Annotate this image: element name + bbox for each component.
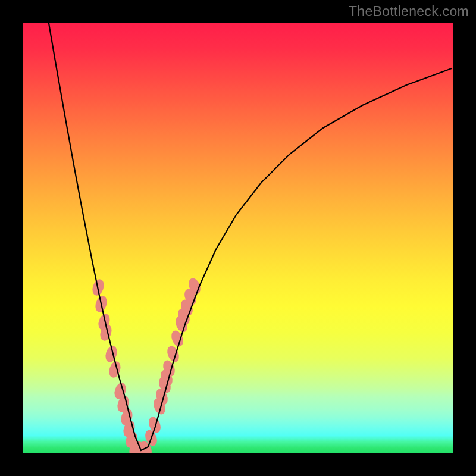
bottleneck-curve-path [49,23,452,450]
chart-frame: TheBottleneck.com [0,0,476,476]
plot-area [23,23,453,453]
bottleneck-curve-svg [23,23,453,453]
data-blob-markers [90,277,202,453]
watermark-text: TheBottleneck.com [349,4,469,20]
